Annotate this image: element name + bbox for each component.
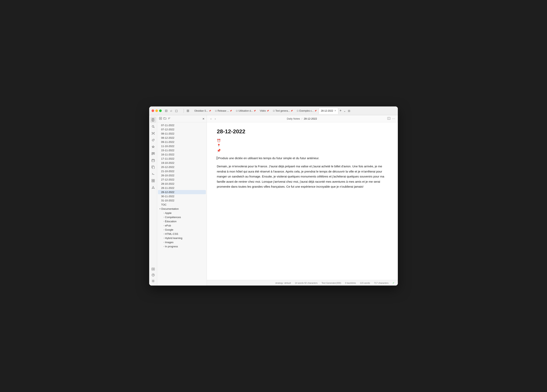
subfolder-arrow-icon: › xyxy=(164,220,164,222)
tree-folder-documentation[interactable]: ▾ Documentation xyxy=(158,207,206,211)
starred-icon-btn[interactable] xyxy=(150,144,156,150)
subfolder-label: Éducation xyxy=(165,220,177,223)
tags-icon-btn[interactable] xyxy=(150,137,156,143)
tree-file-11-10-2022[interactable]: 11-10-2022 xyxy=(158,144,206,148)
tree-file-15-11-2022[interactable]: 15-11-2022 xyxy=(158,148,206,152)
send-icon-btn[interactable] xyxy=(150,185,156,190)
tree-file-28-12-2022[interactable]: 28-12-2022 xyxy=(158,190,206,194)
tree-file-toc[interactable]: TOC xyxy=(158,203,206,207)
copy-icon-btn[interactable] xyxy=(150,164,156,170)
folder-icon[interactable]: ⊟ xyxy=(165,109,167,113)
blocks-icon-btn[interactable] xyxy=(150,178,156,184)
graph-icon-btn[interactable] xyxy=(150,130,156,136)
status-check-icon: ✓ xyxy=(392,281,395,284)
svg-rect-23 xyxy=(152,166,154,169)
new-tab-button[interactable]: + xyxy=(338,109,343,113)
tab-label: Text genera... xyxy=(275,110,290,112)
breadcrumb-current: 28-12-2022 xyxy=(304,117,317,120)
tree-file-07-11-2022[interactable]: 07-11-2022 xyxy=(158,123,206,127)
editor: ‹ › Daily Notes / 28-12-2022 ⋯ xyxy=(207,115,398,286)
calendar-icon-btn[interactable] xyxy=(150,157,156,163)
minimize-button[interactable] xyxy=(155,110,158,112)
tree-file-09-11-2022[interactable]: 09-11-2022 xyxy=(158,140,206,144)
tab-release[interactable]: ◻ Release ... 📌 xyxy=(213,108,234,114)
new-note-icon[interactable]: ◻ xyxy=(175,109,178,113)
terminal-icon-btn[interactable] xyxy=(150,171,156,177)
forward-button[interactable]: › xyxy=(214,117,216,121)
back-button[interactable]: ‹ xyxy=(210,117,212,121)
more-options-icon[interactable]: ⋯ xyxy=(392,117,395,121)
editor-content[interactable]: 28-12-2022 ⏰ 📍 📌 Produis une dictée en u… xyxy=(207,122,398,280)
tree-file-17-11-2022[interactable]: 17-11-2022 xyxy=(158,157,206,161)
svg-point-31 xyxy=(153,269,153,269)
clock-icon: ⏰ xyxy=(217,139,388,143)
tab-obsidian[interactable]: Obsidian S... 📌 xyxy=(192,108,213,114)
tree-file-21-10-2022[interactable]: 21-10-2022 xyxy=(158,169,206,173)
titlebar-icons: ⊟ ⌕ ◻ xyxy=(165,109,178,113)
tree-file-30-11-2022[interactable]: 30-11-2022 xyxy=(158,194,206,198)
settings-icon-btn[interactable] xyxy=(150,278,156,284)
tree-file-16-11-2022[interactable]: 16-11-2022 xyxy=(158,152,206,157)
tab-video[interactable]: Vidéo 📌 xyxy=(258,108,271,114)
svg-rect-28 xyxy=(153,181,155,182)
tree-file-28-11-2022[interactable]: 28-11-2022 xyxy=(158,186,206,190)
search-icon[interactable]: ⌕ xyxy=(170,109,172,113)
tree-subfolder-google[interactable]: › Google xyxy=(158,228,206,232)
tree-file-19-10-2022[interactable]: 19-10-2022 xyxy=(158,161,206,165)
main-content: ✕ 07-11-2022 07-12-2022 08-11-2022 08-12… xyxy=(149,115,398,286)
titlebar: ⊟ ⌕ ◻ ⊞ Obsidian S... 📌 ◻ Release ... 📌 … xyxy=(149,106,398,115)
tab-textgen[interactable]: ◻ Text genera... 📌 xyxy=(271,108,295,114)
editor-toolbar: ‹ › Daily Notes / 28-12-2022 ⋯ xyxy=(207,115,398,122)
subfolder-label: ePub xyxy=(165,224,171,227)
search-icon-btn[interactable] xyxy=(150,124,156,130)
subfolder-label: Google xyxy=(165,228,173,231)
svg-point-8 xyxy=(154,132,154,133)
statusbar: strategy: default 14 words 92 characters… xyxy=(207,280,398,286)
sidebar-toggle-icon[interactable]: ⊞ xyxy=(187,109,189,113)
tree-file-20-12-2022[interactable]: 20-12-2022 xyxy=(158,165,206,169)
tree-subfolder-education[interactable]: › Éducation xyxy=(158,219,206,223)
tree-subfolder-in-progress[interactable]: › In progress xyxy=(158,244,206,248)
tab-doc-icon: ◻ xyxy=(273,110,275,112)
tree-subfolder-competences[interactable]: › Compétences xyxy=(158,215,206,219)
pin-red-icon: 📍 xyxy=(217,144,388,147)
tree-subfolder-hybrid-learning[interactable]: › Hybrid learning xyxy=(158,236,206,240)
vault-icon-btn[interactable] xyxy=(150,266,156,272)
tab-label: Exemples c... xyxy=(299,110,314,112)
tabs-bar: Obsidian S... 📌 ◻ Release ... 📌 ◻ Utilis… xyxy=(192,108,396,114)
tab-28-12-2022[interactable]: 28-12-2022 ✕ xyxy=(319,108,338,114)
new-note-icon[interactable] xyxy=(159,117,162,120)
tree-subfolder-html-css[interactable]: › HTML-CSS xyxy=(158,232,206,236)
subfolder-arrow-icon: › xyxy=(164,245,164,248)
breadcrumb-parent: Daily Notes xyxy=(287,117,300,120)
tab-label: Release ... xyxy=(218,110,229,112)
tree-subfolder-epub[interactable]: › ePub xyxy=(158,223,206,228)
tree-file-31-10-2022[interactable]: 31-10-2022 xyxy=(158,198,206,203)
new-folder-icon[interactable] xyxy=(164,117,166,120)
subfolder-label: HTML-CSS xyxy=(165,232,178,235)
tree-file-08-11-2022[interactable]: 08-11-2022 xyxy=(158,131,206,136)
sort-icon[interactable] xyxy=(168,117,171,120)
subfolder-label: Hybrid learning xyxy=(165,237,182,240)
help-icon-btn[interactable] xyxy=(150,272,156,278)
tree-file-27-12-2022[interactable]: 27-12-2022 xyxy=(158,178,206,182)
tab-utilisation[interactable]: ◻ Utilisation d... 📌 xyxy=(234,108,258,114)
tab-dropdown-arrow[interactable]: ⌄ xyxy=(343,109,347,112)
tree-file-26-10-2022[interactable]: 26-10-2022 xyxy=(158,173,206,178)
split-view-icon[interactable] xyxy=(387,117,390,121)
tab-close-icon[interactable]: ✕ xyxy=(334,110,336,112)
tree-file-28-10-2022[interactable]: 28-10-2022 xyxy=(158,182,206,186)
tree-subfolder-images[interactable]: › Images xyxy=(158,240,206,244)
tree-subfolder-apple[interactable]: › Apple xyxy=(158,211,206,215)
close-panel-icon[interactable]: ✕ xyxy=(202,117,205,120)
files-icon-btn[interactable] xyxy=(150,117,156,123)
svg-line-11 xyxy=(152,133,153,133)
maximize-button[interactable] xyxy=(159,110,162,112)
layout-icon[interactable]: ⊟ xyxy=(347,109,351,112)
tree-file-08-12-2022[interactable]: 08-12-2022 xyxy=(158,136,206,140)
tab-exemples[interactable]: ◻ Exemples c... 📌 xyxy=(295,108,319,114)
close-button[interactable] xyxy=(151,110,154,112)
doc-body[interactable]: Demain, je m'envolerai pour la France. J… xyxy=(217,164,388,189)
kanban-icon-btn[interactable] xyxy=(150,151,156,157)
tree-file-07-12-2022[interactable]: 07-12-2022 xyxy=(158,127,206,131)
